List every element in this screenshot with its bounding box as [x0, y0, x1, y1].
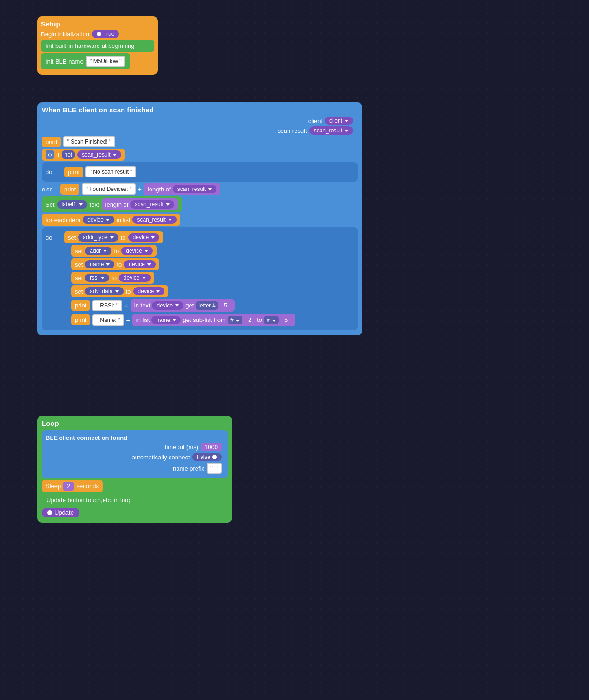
update-btn-label: Update — [54, 509, 74, 516]
sr3-text: scan_result — [177, 186, 206, 192]
in-list-block2: in list name get sub-list from # 2 to # — [132, 314, 295, 326]
scan-result-var5[interactable]: scan_result — [132, 216, 176, 224]
sr5-chevron — [168, 219, 172, 221]
name-var2[interactable]: name — [151, 316, 181, 324]
sleep-value[interactable]: 2 — [63, 482, 74, 491]
letter-block[interactable]: letter # — [196, 301, 218, 310]
client-var[interactable]: client — [325, 117, 353, 125]
for-each-block: for each item device in list scan_result — [42, 214, 180, 226]
open-quote: " — [90, 58, 92, 65]
seconds-label: seconds — [76, 483, 98, 490]
rssi-var[interactable]: rssi — [85, 274, 109, 282]
set-adv-data-label: set — [75, 288, 83, 295]
found-devices-text: " Found Devices: " — [82, 183, 135, 195]
no-scan-result-value: No scan result — [93, 169, 129, 175]
cq3: " — [130, 185, 132, 193]
ble-name-value[interactable]: " M5UiFlow " — [86, 56, 125, 67]
else-label: else — [42, 186, 58, 193]
sr4-chevron — [166, 203, 170, 206]
sr2-chevron — [113, 154, 117, 156]
setup-block: Setup Begin initialization True Init bui… — [37, 16, 158, 75]
not-label: not — [65, 151, 72, 158]
hash1-block[interactable]: # — [228, 316, 242, 324]
to3-label: to — [117, 261, 122, 268]
device-var5[interactable]: device — [119, 274, 151, 282]
device-var2-text: device — [133, 234, 149, 241]
d3-chevron — [144, 250, 148, 252]
device-var[interactable]: device — [83, 216, 114, 224]
scan-result-chevron — [345, 130, 348, 132]
to4-label: to — [111, 275, 117, 281]
name-prefix-value[interactable]: " " — [207, 463, 222, 474]
set-name-block: set name to device — [71, 258, 159, 270]
to-num[interactable]: 5 — [281, 315, 291, 324]
print-label-3: print — [64, 186, 76, 193]
begin-init-value: True — [103, 31, 114, 37]
device-var2[interactable]: device — [128, 233, 160, 242]
auto-connect-value[interactable]: False — [192, 453, 222, 461]
for-each-label: for each item — [46, 216, 80, 223]
get-sub-list-label: get sub-list from — [183, 316, 225, 323]
update-pill[interactable]: Update — [42, 508, 79, 517]
scan-result-var[interactable]: scan_result — [309, 126, 353, 135]
scan-result-var4[interactable]: scan_result — [130, 200, 174, 209]
from-num[interactable]: 2 — [244, 315, 255, 324]
do2-label: do — [46, 234, 62, 241]
nv2-chevron — [172, 319, 176, 321]
oq5: " — [96, 316, 98, 324]
set-addr-label: set — [75, 248, 83, 255]
device-var3[interactable]: device — [121, 247, 153, 255]
device-chevron — [106, 219, 110, 221]
device-var7[interactable]: device — [152, 301, 183, 310]
begin-init-toggle[interactable]: True — [92, 30, 119, 38]
name-var[interactable]: name — [85, 260, 114, 268]
scan-result-var3[interactable]: scan_result — [173, 185, 216, 193]
toggle-dot-2 — [212, 455, 217, 459]
rssi-text-block: " RSSI: " — [92, 300, 122, 311]
set-label1: Set — [46, 201, 55, 208]
ble-connect-label: BLE client connect on found — [46, 434, 127, 441]
loop-title: Loop — [42, 419, 228, 427]
hash2-block[interactable]: # — [264, 316, 279, 324]
length-of-label1: length of — [148, 186, 171, 193]
h1-chevron — [236, 320, 240, 322]
print-label-2: print — [68, 169, 79, 176]
hash2: # — [267, 317, 270, 323]
device-var6[interactable]: device — [133, 287, 165, 295]
oq1: " — [67, 138, 69, 145]
timeout-label: timeout (ms) — [165, 444, 198, 451]
init-ble-label: Init BLE name — [46, 58, 84, 65]
gear-icon[interactable]: ⚙ — [46, 150, 54, 159]
no-scan-result-text: " No scan result " — [85, 166, 136, 177]
length-of-label2: length of — [105, 201, 129, 208]
scan-finished-text: " Scan Finished! " — [63, 136, 115, 147]
cq1: " — [109, 138, 111, 145]
to2-label: to — [114, 248, 119, 255]
scan-result-var2[interactable]: scan_result — [77, 150, 121, 159]
label1-chevron — [79, 203, 83, 206]
do-block: do print " No scan result " — [42, 162, 358, 182]
letter-num[interactable]: 5 — [220, 301, 231, 310]
oq6: " — [210, 464, 213, 472]
device-var4[interactable]: device — [124, 260, 156, 268]
adv-data-var[interactable]: adv_data — [85, 287, 123, 295]
text-label: text — [90, 201, 99, 208]
setup-title: Setup — [41, 20, 154, 28]
name-text-block: " Name: " — [92, 314, 124, 326]
loop-block: Loop BLE client connect on found timeout… — [37, 416, 232, 523]
addr-var[interactable]: addr — [85, 247, 111, 255]
init-hardware-label: Init built-in hardware at beginning — [46, 42, 135, 49]
set-addr-block: set addr to device — [71, 245, 157, 257]
d5-chevron — [142, 277, 146, 279]
print-block-2: print — [64, 167, 83, 177]
cq2: " — [130, 168, 132, 176]
oq2: " — [89, 168, 92, 176]
timeout-value[interactable]: 1000 — [201, 443, 222, 451]
addr-type-var[interactable]: addr_type — [78, 233, 118, 242]
name-var2-text: name — [156, 317, 170, 323]
print-label-5: print — [75, 316, 86, 323]
client-label: client — [308, 118, 322, 124]
addr-chevron — [103, 250, 107, 252]
do-label: do — [46, 169, 62, 176]
label1-var[interactable]: label1 — [57, 200, 87, 209]
